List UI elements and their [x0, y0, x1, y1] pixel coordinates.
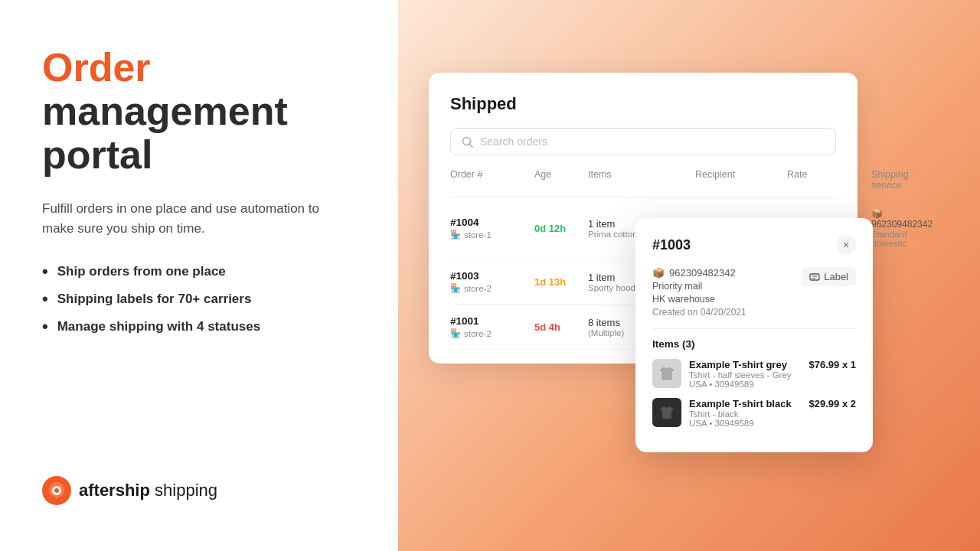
- order-id-cell: #1003 🏪 store-2: [450, 270, 534, 293]
- svg-point-2: [54, 488, 59, 493]
- list-item: Example T-shirt grey Tshirt - half sleev…: [652, 359, 856, 389]
- list-item: Example T-shirt black Tshirt - black USA…: [652, 398, 856, 428]
- col-items: Items: [588, 169, 695, 191]
- logo-text: aftership shipping: [79, 481, 217, 500]
- service-type: Priority mail: [652, 281, 746, 292]
- item-price: $76.99 x 1: [809, 359, 856, 370]
- item-thumbnail: [652, 398, 681, 427]
- col-age: Age: [534, 169, 588, 191]
- logo-area: aftership shipping: [42, 476, 356, 505]
- item-variant: Tshirt - black: [689, 409, 802, 419]
- order-id-cell: #1001 🏪 store-2: [450, 315, 534, 338]
- items-title: Items (3): [652, 338, 856, 350]
- item-info: Example T-shirt black Tshirt - black USA…: [689, 398, 802, 428]
- left-content: Order management portal Fulfill orders i…: [42, 46, 356, 335]
- left-panel: Order management portal Fulfill orders i…: [0, 0, 398, 551]
- headline: Order management portal: [42, 46, 356, 178]
- aftership-logo-icon: [42, 476, 71, 505]
- created-date: Created on 04/20/2021: [652, 307, 746, 318]
- search-icon: [462, 136, 473, 148]
- orders-card-title: Shipped: [450, 94, 836, 114]
- service-name: 📦 962309482342: [652, 267, 746, 279]
- svg-rect-5: [810, 274, 819, 280]
- detail-service: 📦 962309482342 Priority mail HK warehous…: [652, 267, 856, 318]
- shirt-icon: [658, 366, 675, 381]
- age-cell: 0d 12h: [534, 223, 588, 234]
- col-order: Order #: [450, 169, 534, 191]
- order-id-cell: #1004 🏪 store-1: [450, 217, 534, 240]
- bullet-item-2: Shipping labels for 70+ carriers: [42, 291, 356, 308]
- table-header: Order # Age Items Recipient Rate Shippin…: [450, 169, 836, 197]
- right-panel: Shipped Search orders Order # Age Items …: [398, 0, 980, 551]
- detail-panel: #1003 × 📦 962309482342 Priority mail HK …: [635, 218, 873, 452]
- shirt-icon: [658, 405, 675, 420]
- bullet-item-3: Manage shipping with 4 statuses: [42, 318, 356, 335]
- item-name: Example T-shirt black: [689, 398, 802, 409]
- divider: [652, 328, 856, 329]
- detail-header: #1003 ×: [652, 235, 856, 255]
- item-price: $29.99 x 2: [809, 398, 856, 409]
- warehouse: HK warehouse: [652, 294, 746, 305]
- logo-bold: aftership: [79, 481, 150, 500]
- item-variant: Tshirt - half sleeves - Grey: [689, 370, 802, 380]
- col-rate: Rate: [787, 169, 871, 191]
- store-icon: 🏪: [450, 328, 461, 338]
- item-sku: USA • 30949589: [689, 419, 802, 428]
- search-placeholder: Search orders: [480, 135, 547, 148]
- item-name: Example T-shirt grey: [689, 359, 802, 370]
- service-code-icon: 📦: [652, 267, 665, 279]
- search-bar[interactable]: Search orders: [450, 128, 836, 155]
- item-info: Example T-shirt grey Tshirt - half sleev…: [689, 359, 802, 389]
- store-icon: 🏪: [450, 283, 461, 293]
- headline-orange: Order: [42, 45, 151, 90]
- age-cell: 5d 4h: [534, 321, 588, 333]
- bullet-list: Ship orders from one place Shipping labe…: [42, 263, 356, 335]
- headline-dark: management portal: [42, 89, 288, 177]
- detail-order-num: #1003: [652, 237, 691, 253]
- shipping-cell: 📦 962309482342 Standard domestic: [871, 208, 933, 248]
- label-icon: [809, 272, 820, 282]
- close-button[interactable]: ×: [836, 235, 856, 255]
- logo-normal: shipping: [150, 481, 217, 500]
- age-cell: 1d 13h: [534, 276, 588, 288]
- col-recipient: Recipient: [695, 169, 787, 191]
- item-thumbnail: [652, 359, 681, 388]
- label-button[interactable]: Label: [802, 267, 856, 286]
- store-icon: 🏪: [450, 230, 461, 240]
- service-info: 📦 962309482342 Priority mail HK warehous…: [652, 267, 746, 318]
- svg-line-4: [470, 144, 473, 147]
- bullet-item-1: Ship orders from one place: [42, 263, 356, 280]
- subtext: Fulfill orders in one place and use auto…: [42, 199, 341, 240]
- col-shipping: Shipping service: [871, 169, 909, 191]
- item-sku: USA • 30949589: [689, 380, 802, 389]
